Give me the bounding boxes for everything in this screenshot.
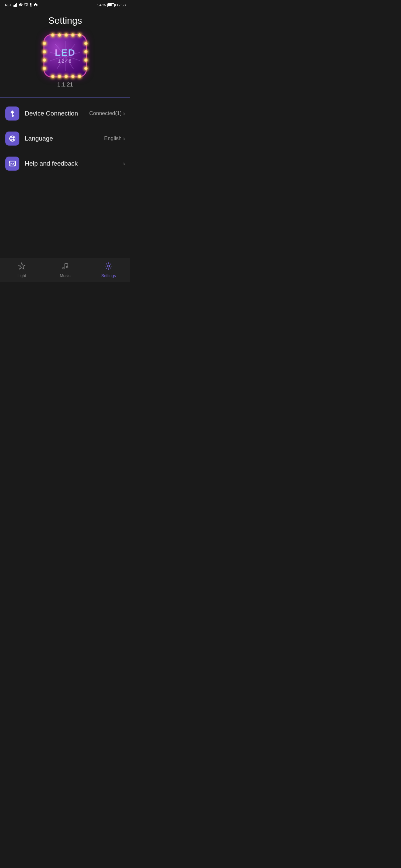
svg-rect-2	[15, 4, 16, 7]
device-connection-item[interactable]: Device Connection Connected(1) ›	[0, 101, 130, 126]
bulb	[64, 33, 68, 37]
led-number: 1248	[58, 58, 72, 64]
status-right: 54 % 12:58	[97, 3, 126, 7]
alarm-icon	[24, 3, 28, 7]
battery-percent: 54 %	[97, 3, 106, 7]
signal-bars	[13, 3, 18, 7]
clock: 12:58	[116, 3, 126, 7]
svg-point-21	[11, 136, 14, 142]
bulb	[84, 67, 88, 70]
help-feedback-label: Help and feedback	[25, 160, 122, 167]
battery-icon	[107, 3, 115, 7]
nav-music[interactable]: Music	[44, 258, 87, 282]
nav-light-label: Light	[18, 273, 26, 278]
mail-icon-container	[5, 157, 19, 170]
device-connection-label: Device Connection	[25, 110, 89, 117]
svg-point-27	[108, 265, 110, 267]
star-icon	[18, 262, 26, 272]
svg-rect-0	[13, 5, 14, 7]
mail-icon	[9, 160, 16, 167]
signal-indicator: 4G+	[5, 3, 12, 7]
help-feedback-chevron: ›	[123, 160, 125, 167]
home-icon	[33, 3, 38, 7]
menu-list: Device Connection Connected(1) › Languag…	[0, 101, 130, 176]
bulb	[51, 75, 55, 78]
bulb	[43, 67, 46, 70]
nav-light[interactable]: Light	[0, 258, 44, 282]
device-connection-chevron: ›	[123, 110, 125, 117]
nav-settings[interactable]: Settings	[87, 258, 130, 282]
app-icon: LED 1248	[44, 34, 87, 78]
svg-line-7	[26, 5, 27, 6]
page-title: Settings	[0, 16, 130, 26]
bulb	[84, 42, 88, 45]
language-chevron: ›	[123, 135, 125, 142]
language-item[interactable]: Language English ›	[0, 126, 130, 151]
globe-icon	[9, 135, 16, 142]
bulb	[71, 33, 75, 37]
bulb	[51, 33, 55, 37]
app-icon-container: LED 1248 1.1.21	[0, 34, 130, 88]
svg-point-26	[66, 266, 68, 268]
music-icon	[61, 262, 69, 272]
top-divider	[0, 97, 130, 98]
bulb	[71, 75, 75, 78]
bulb	[58, 75, 61, 78]
bluetooth-icon-container	[5, 106, 19, 121]
bluetooth-status-icon	[29, 3, 32, 8]
bulb	[78, 33, 81, 37]
nav-music-label: Music	[60, 273, 70, 278]
language-label: Language	[25, 135, 104, 142]
gear-icon	[105, 262, 113, 272]
svg-line-9	[27, 3, 27, 4]
globe-icon-container	[5, 131, 19, 146]
svg-rect-1	[14, 5, 15, 7]
svg-point-25	[63, 267, 64, 269]
bluetooth-icon	[9, 110, 16, 117]
led-label: LED	[55, 48, 76, 58]
status-left: 4G+	[5, 3, 38, 8]
help-feedback-item[interactable]: Help and feedback ›	[0, 151, 130, 176]
bottom-nav: Light Music Settings	[0, 258, 130, 282]
eye-icon	[18, 3, 23, 7]
bulb	[58, 33, 61, 37]
bulb	[84, 58, 88, 62]
nav-settings-label: Settings	[101, 273, 116, 278]
bulb	[43, 42, 46, 45]
bulb	[84, 50, 88, 54]
language-value: English	[104, 135, 122, 142]
svg-point-4	[20, 4, 21, 5]
status-bar: 4G+	[0, 0, 130, 9]
bulb	[43, 50, 46, 54]
app-version: 1.1.21	[57, 82, 73, 88]
svg-line-8	[25, 3, 25, 4]
icon-content: LED 1248	[55, 48, 76, 64]
bulb	[64, 75, 68, 78]
bulb	[43, 58, 46, 62]
divider-3	[0, 176, 130, 176]
svg-point-20	[10, 136, 16, 142]
device-connection-value: Connected(1)	[89, 111, 122, 117]
svg-rect-3	[17, 3, 18, 7]
bulb	[78, 75, 81, 78]
